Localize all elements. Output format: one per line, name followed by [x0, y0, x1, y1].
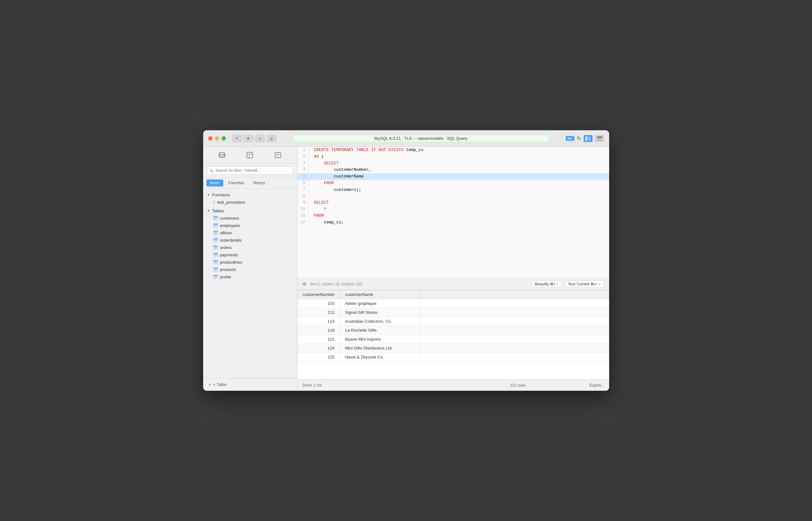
refresh-button[interactable]: ↻ [577, 135, 581, 141]
search-input[interactable] [207, 166, 293, 175]
code-line: 8 [298, 194, 609, 200]
beautify-button[interactable]: Beautify ⌘I ▾ [531, 280, 561, 288]
sidebar-top-icons [203, 147, 297, 164]
table-sidebar-icon[interactable] [245, 150, 255, 160]
db-icon[interactable] [217, 150, 227, 160]
sidebar-item-employees[interactable]: employees [203, 222, 297, 229]
results-panel: customerNumber customerName 103 Atelier … [298, 290, 609, 379]
gear-button[interactable]: ⚙ [303, 281, 307, 287]
col-header-customerName[interactable]: customerName [340, 290, 420, 299]
sidebar-item-payments[interactable]: payments [203, 251, 297, 258]
table-row[interactable]: 125 Havel & Zbyszek Co. [298, 353, 609, 362]
traffic-lights [208, 136, 226, 140]
sidebar-item-profile[interactable]: profile [203, 273, 297, 280]
back-button[interactable]: ✕ [232, 135, 242, 142]
code-line: 5 customerName [298, 173, 609, 180]
eye-icon: 👁 [247, 137, 250, 140]
sidebar-item-products[interactable]: products [203, 266, 297, 273]
code-line: 7 customers); [298, 187, 609, 194]
tables-header[interactable]: ▼ Tables [203, 207, 297, 214]
line-content[interactable]: AS ( [309, 154, 609, 160]
svg-rect-3 [588, 139, 591, 140]
minimize-button[interactable] [215, 136, 219, 140]
cell-empty [420, 317, 609, 326]
table-row[interactable]: 112 Signal Gift Stores [298, 308, 609, 317]
svg-rect-4 [597, 136, 602, 138]
cell-customerNumber: 103 [298, 299, 340, 308]
col-header-customerNumber[interactable]: customerNumber [298, 290, 340, 299]
export-button[interactable]: Export... [590, 383, 604, 388]
code-editor[interactable]: 1CREATE TEMPORARY TABLE IF NOT EXISTS te… [298, 147, 609, 278]
svg-rect-44 [213, 260, 218, 262]
results-table-wrapper[interactable]: customerNumber customerName 103 Atelier … [298, 290, 609, 379]
table-grid-icon [213, 253, 218, 257]
cell-empty [420, 344, 609, 353]
sidebar-item-orders[interactable]: orders [203, 244, 297, 251]
cell-empty [420, 308, 609, 317]
line-number: 6 [298, 180, 309, 187]
line-number: 5 [298, 173, 309, 180]
close-button[interactable] [208, 136, 213, 140]
line-content[interactable]: SELECT [309, 200, 609, 206]
svg-rect-5 [597, 139, 602, 141]
line-content[interactable]: customerNumber, [309, 167, 609, 173]
line-content[interactable]: customerName [309, 173, 609, 180]
cell-empty [420, 326, 609, 335]
svg-rect-29 [213, 238, 218, 240]
lock-button[interactable]: 🔒 [267, 135, 276, 142]
query-icon[interactable] [273, 150, 283, 160]
line-content[interactable]: temp_cs; [309, 219, 609, 226]
table-row[interactable]: 119 La Rochelle Gifts [298, 326, 609, 335]
table-row[interactable]: 114 Australian Collectors, Co. [298, 317, 609, 326]
line-content[interactable] [309, 194, 609, 200]
sidebar-item-offices[interactable]: offices [203, 229, 297, 236]
line-content[interactable]: * [309, 206, 609, 213]
sidebar-item-orderdetails[interactable]: orderdetails [203, 236, 297, 244]
results-header-row: customerNumber customerName [298, 290, 609, 299]
sidebar-toggle-button[interactable] [584, 135, 593, 142]
col-header-empty [420, 290, 609, 299]
sidebar-item-test-procedure[interactable]: ƒ test_procedure [203, 199, 297, 206]
line-content[interactable]: customers); [309, 187, 609, 194]
table-row[interactable]: 124 Mini Gifts Distributors Ltd. [298, 344, 609, 353]
cell-customerNumber: 119 [298, 326, 340, 335]
eye-button[interactable]: 👁 [244, 135, 253, 142]
svg-rect-0 [586, 136, 587, 141]
line-content[interactable]: CREATE TEMPORARY TABLE IF NOT EXISTS tem… [309, 147, 609, 154]
sidebar-item-productlines[interactable]: productlines [203, 258, 297, 266]
table-grid-icon [213, 246, 218, 250]
line-number: 8 [298, 194, 309, 200]
code-line: 6 FROM [298, 180, 609, 187]
sql-keyword: CREATE TEMPORARY TABLE IF NOT EXISTS [314, 148, 404, 152]
functions-header[interactable]: ▼ Functions [203, 191, 297, 199]
sidebar-item-customers[interactable]: customers [203, 214, 297, 222]
table-row[interactable]: 121 Baane Mini Imports [298, 335, 609, 344]
line-number: 11 [298, 212, 309, 219]
add-table-button[interactable]: + + Table [207, 381, 293, 388]
bottom-bar: Done: 1 ms 122 rows Export... [298, 379, 609, 391]
tab-history[interactable]: History [249, 179, 269, 186]
svg-rect-39 [213, 253, 218, 254]
line-content[interactable]: FROM [309, 212, 609, 219]
line-content[interactable]: FROM [309, 180, 609, 187]
tab-items[interactable]: Items [206, 179, 223, 186]
panel-toggle-button[interactable] [595, 135, 604, 142]
svg-rect-49 [213, 268, 218, 269]
cell-customerName: Atelier graphique [340, 299, 420, 308]
run-button[interactable]: Run Current ⌘↵ ▾ [565, 280, 604, 288]
results-body: 103 Atelier graphique 112 Signal Gift St… [298, 299, 609, 362]
cell-customerNumber: 121 [298, 335, 340, 344]
maximize-button[interactable] [222, 136, 226, 140]
cell-customerNumber: 114 [298, 317, 340, 326]
svg-rect-19 [213, 224, 218, 225]
window-title: MySQL 8.0.11 : TLS : : classicmodels : S… [293, 135, 549, 142]
close-icon: ✕ [236, 136, 238, 140]
table-row[interactable]: 103 Atelier graphique [298, 299, 609, 308]
svg-rect-24 [213, 231, 218, 232]
line-content[interactable]: SELECT [309, 160, 609, 167]
status-text: line 5, column 16, location 100 [310, 282, 528, 286]
list-button[interactable]: ≡ [255, 135, 265, 142]
table-grid-icon [213, 275, 218, 279]
tab-favorites[interactable]: Favorites [224, 179, 248, 186]
svg-rect-1 [588, 137, 591, 138]
